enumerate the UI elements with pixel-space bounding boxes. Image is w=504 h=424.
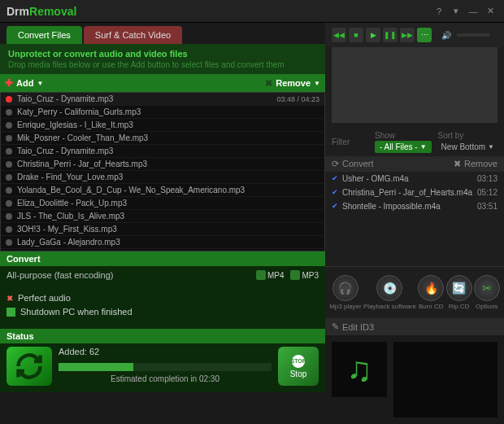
file-name: Lady_GaGa - Alejandro.mp3: [17, 238, 319, 247]
item-time: 03:13: [477, 174, 497, 183]
options-button[interactable]: ✂Options: [474, 275, 500, 311]
mp3-icon: [290, 270, 300, 280]
stop-player-button[interactable]: ■: [349, 28, 363, 42]
help-button[interactable]: ?: [432, 6, 446, 17]
tools-icon: ✂: [474, 275, 500, 301]
prev-button[interactable]: ◀◀: [332, 28, 346, 42]
status-eta: Estimated completion in 02:30: [59, 374, 272, 383]
file-item[interactable]: Yolanda_Be_Cool_&_D_Cup - We_No_Speak_Am…: [1, 184, 324, 197]
bullet-icon: [6, 174, 12, 181]
header-section: Unprotect or convert audio and video fil…: [0, 44, 325, 74]
title-main: Drm: [7, 5, 29, 18]
tab-surf-catch[interactable]: Surf & Catch Video: [84, 26, 182, 44]
next-button[interactable]: ▶▶: [400, 28, 415, 42]
check-icon: ✔: [332, 188, 338, 196]
check-icon: ✔: [332, 202, 338, 210]
tabs: Convert Files Surf & Catch Video: [0, 23, 325, 44]
file-item[interactable]: Christina_Perri - Jar_of_Hearts.mp3: [1, 158, 324, 171]
right-toolbar: ⟳ Convert ✖ Remove: [325, 156, 504, 172]
right-panel: ◀◀ ■ ▶ ❚❚ ▶▶ ⋯ 🔊 Filter Show - All Files…: [325, 23, 504, 424]
right-convert-label[interactable]: ⟳ Convert: [332, 159, 374, 169]
disc-icon: 💿: [376, 275, 402, 301]
right-filters: Filter Show - All Files -▼ Sort by New B…: [325, 128, 504, 156]
options-area: ✖ Perfect audio Shutdown PC when finishe…: [0, 284, 325, 329]
play-button[interactable]: ▶: [366, 28, 380, 42]
sort-select[interactable]: New Bottom▼: [438, 141, 497, 153]
x-icon: ✖: [7, 294, 13, 303]
tab-convert-files[interactable]: Convert Files: [7, 26, 82, 44]
filter-label: Filter: [332, 138, 350, 146]
file-item[interactable]: JLS - The_Club_Is_Alive.mp3: [1, 210, 324, 223]
burn-cd-button[interactable]: 🔥Burn CD: [418, 275, 444, 311]
mp4-button[interactable]: MP4: [256, 270, 285, 280]
file-item[interactable]: 3OH!3 - My_First_Kiss.mp3: [1, 223, 324, 236]
file-item[interactable]: Enrique_Iglesias - I_Like_It.mp3: [1, 119, 324, 132]
file-name: Mik_Posner - Cooler_Than_Me.mp3: [17, 133, 319, 142]
file-item[interactable]: Mik_Posner - Cooler_Than_Me.mp3: [1, 132, 324, 145]
convert-header: Convert: [0, 251, 325, 266]
stop-icon: STOP: [292, 355, 305, 368]
file-name: Yolanda_Be_Cool_&_D_Cup - We_No_Speak_Am…: [17, 186, 319, 195]
file-item[interactable]: Katy_Perry - California_Gurls.mp3: [1, 106, 324, 119]
file-name: JLS - The_Club_Is_Alive.mp3: [17, 212, 319, 221]
bullet-icon: [6, 200, 12, 207]
add-label: Add: [16, 78, 33, 88]
add-button[interactable]: ✚ Add ▼: [5, 77, 43, 89]
right-list[interactable]: ✔Usher - OMG.m4a03:13✔Christina_Perri - …: [325, 172, 504, 266]
album-art: ♫: [332, 342, 387, 397]
file-item[interactable]: Lady_GaGa - Alejandro.mp3: [1, 236, 324, 249]
preset-select[interactable]: All-purpose (fast encoding): [7, 270, 250, 280]
mp3-player-button[interactable]: 🎧Mp3 player: [329, 275, 362, 311]
bullet-icon: [6, 148, 12, 155]
bullet-icon: [6, 135, 12, 142]
perfect-audio-option[interactable]: ✖ Perfect audio: [7, 293, 319, 303]
mp4-icon: [256, 270, 266, 280]
right-remove-button[interactable]: ✖ Remove: [454, 159, 497, 169]
bullet-icon: [6, 187, 12, 194]
stop-button[interactable]: STOP Stop: [278, 347, 319, 386]
close-button[interactable]: ✕: [483, 6, 497, 17]
plus-icon: ✚: [5, 77, 13, 89]
volume-icon: 🔊: [441, 31, 451, 40]
list-item[interactable]: ✔Shontelle - Impossible.m4a03:51: [325, 199, 504, 213]
status-area: Added: 62 Estimated completion in 02:30 …: [0, 343, 325, 392]
playback-software-button[interactable]: 💿Playback software: [363, 275, 416, 311]
file-name: Drake - Find_Your_Love.mp3: [17, 173, 319, 181]
file-name: Taio_Cruz - Dynamite.mp3: [17, 94, 276, 103]
bullet-icon: [6, 213, 12, 220]
mp3-button[interactable]: MP3: [290, 270, 319, 280]
minimize-button[interactable]: —: [466, 6, 480, 17]
rip-cd-button[interactable]: 🔄Rip CD: [446, 275, 472, 311]
titlebar: Drm Removal ? ▾ — ✕: [0, 0, 504, 23]
file-item[interactable]: Taio_Cruz - Dynamite.mp3: [1, 145, 324, 158]
pencil-icon: ✎: [332, 321, 339, 332]
repeat-button[interactable]: ⋯: [417, 28, 432, 42]
shutdown-option[interactable]: Shutdown PC when finished: [7, 307, 319, 317]
menu-down-button[interactable]: ▾: [449, 6, 463, 17]
player-controls: ◀◀ ■ ▶ ❚❚ ▶▶ ⋯ 🔊: [325, 23, 504, 47]
remove-button[interactable]: ✖ Remove ▼: [265, 78, 320, 89]
pause-button[interactable]: ❚❚: [383, 28, 398, 42]
file-toolbar: ✚ Add ▼ ✖ Remove ▼: [0, 74, 325, 92]
file-list[interactable]: Taio_Cruz - Dynamite.mp303:48 / 04:23Kat…: [0, 92, 325, 251]
file-name: Taio_Cruz - Dynamite.mp3: [17, 146, 319, 155]
file-item[interactable]: Eliza_Doolittle - Pack_Up.mp3: [1, 197, 324, 210]
show-select[interactable]: - All Files -▼: [375, 141, 432, 153]
file-name: 3OH!3 - My_First_Kiss.mp3: [17, 225, 319, 234]
convert-preset-row: All-purpose (fast encoding) MP4 MP3: [0, 266, 325, 284]
edit-id3-header[interactable]: ✎ Edit ID3: [325, 318, 504, 335]
bullet-icon: [6, 122, 12, 129]
file-item[interactable]: Drake - Find_Your_Love.mp3: [1, 171, 324, 184]
chevron-down-icon: ▼: [37, 80, 43, 87]
header-subtitle: Drop media files below or use the Add bu…: [8, 60, 317, 69]
chevron-down-icon: ▼: [314, 80, 320, 87]
volume-slider[interactable]: [457, 33, 489, 37]
file-item[interactable]: Taio_Cruz - Dynamite.mp303:48 / 04:23: [1, 93, 324, 106]
bullet-icon: [6, 226, 12, 233]
list-item[interactable]: ✔Usher - OMG.m4a03:13: [325, 172, 504, 186]
item-name: Shontelle - Impossible.m4a: [342, 202, 477, 211]
seek-slider[interactable]: [332, 47, 497, 123]
x-icon: ✖: [265, 78, 272, 89]
list-item[interactable]: ✔Christina_Perri - Jar_of_Hearts.m4a05:1…: [325, 186, 504, 199]
file-name: Enrique_Iglesias - I_Like_It.mp3: [17, 120, 319, 129]
